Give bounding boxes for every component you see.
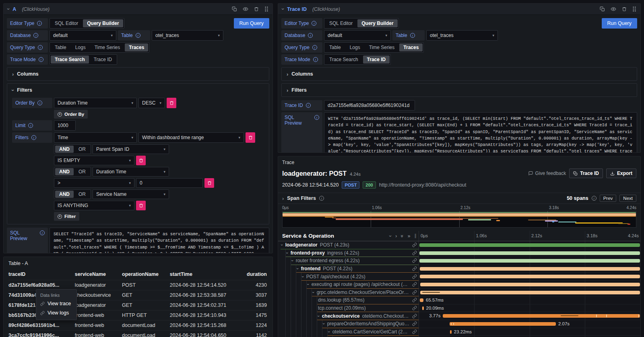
span-name-cell[interactable]: tcp.connect (20.09ms) [278,304,419,312]
span-timeline-cell[interactable]: 65.57ms [419,296,640,304]
span-link-icon[interactable] [412,314,417,319]
query-type-traces[interactable]: Traces [125,43,148,51]
chevron-down-icon[interactable]: › [317,315,321,317]
span-timeline-cell[interactable] [419,273,640,281]
span-row[interactable]: ›oteldemo.CartService/GetCart (23.22ms)2… [278,328,640,336]
delete-query-icon[interactable] [254,6,259,12]
span-link-icon[interactable] [412,242,417,247]
span-bar[interactable] [420,291,640,294]
span-bar[interactable] [420,275,640,278]
collapse-one-icon[interactable]: › [388,235,393,237]
chevron-down-icon[interactable]: › [281,244,285,246]
query-type-table[interactable]: Table [325,43,345,51]
remove-condition-button[interactable] [136,201,146,210]
span-name-cell[interactable]: ›router frontend egress (4.22s) [278,257,419,265]
span-timeline-cell[interactable] [419,249,640,257]
database-select[interactable]: default▾ [324,30,391,41]
collapse-all-icon[interactable]: » [399,234,405,237]
span-link-icon[interactable] [412,282,417,287]
table-select[interactable]: otel_traces▾ [152,30,223,41]
chevron-down-icon[interactable]: › [328,331,332,333]
span-link-icon[interactable] [412,290,417,295]
condition-field-select[interactable]: Duration Time▾ [93,167,169,177]
duplicate-icon[interactable] [232,6,237,12]
span-timeline-cell[interactable] [419,265,640,273]
add-order-by-button[interactable]: Order By [54,110,88,119]
drag-handle-icon[interactable] [264,6,268,12]
span-name-cell[interactable]: ›prepareOrderItemsAndShippingQuoteFromCa… [278,320,419,328]
column-header[interactable]: duration [242,269,268,280]
span-name-cell[interactable]: ›oteldemo.CartService/GetCart (23.22ms) [278,328,419,336]
limit-input[interactable]: 1000 [54,120,76,131]
filters-section-header[interactable]: ›Filters [12,86,264,95]
span-row[interactable]: ›frontendPOST (4.22s) [278,265,640,273]
trace-id-option[interactable]: Trace ID [90,55,116,64]
and-option[interactable]: AND [55,168,74,175]
view-trace-link[interactable]: View trace [40,301,72,306]
query-type-traces[interactable]: Traces [399,43,423,51]
column-header[interactable]: serviceName [75,269,122,280]
chevron-down-icon[interactable]: › [307,284,311,285]
or-option[interactable]: OR [74,146,90,153]
chevron-right-icon[interactable]: › [282,195,284,201]
next-span-button[interactable]: Next [619,195,636,202]
order-by-direction-select[interactable]: DESC▾ [138,98,165,108]
span-row[interactable]: ›executing api route (pages) /api/checko… [278,281,640,289]
table-select[interactable]: otel_traces▾ [426,30,498,41]
column-header[interactable]: traceID [8,269,75,280]
remove-order-by-button[interactable] [167,98,176,108]
span-bar[interactable] [450,330,452,334]
database-select[interactable]: default▾ [50,30,116,41]
span-row[interactable]: ›frontend-proxyingress (4.22s) [278,249,640,257]
minimap-canvas[interactable] [282,211,636,228]
span-row[interactable]: ›prepareOrderItemsAndShippingQuoteFromCa… [278,320,640,328]
query-builder-option[interactable]: Query Builder [83,19,123,27]
chevron-down-icon[interactable]: › [291,260,295,262]
span-name-cell[interactable]: ›grpc.oteldemo.CheckoutService/PlaceOrde… [278,289,419,297]
remove-condition-button[interactable] [136,156,146,165]
collapse-chevron-icon[interactable]: › [6,8,12,10]
span-timeline-cell[interactable] [419,289,640,297]
span-row[interactable]: ›loadgeneratorPOST (4.23s) [278,241,640,249]
query-type-logs[interactable]: Logs [71,43,90,51]
condition-operator-select[interactable]: IS ANYTHING▾ [54,201,134,210]
filter-field-select[interactable]: Time▾ [54,132,137,143]
span-row[interactable]: dns.lookup (65.57ms)65.57ms [278,296,640,304]
and-option[interactable]: AND [55,146,74,153]
span-bar[interactable] [419,251,640,255]
condition-operator-select[interactable]: >▾ [54,178,134,188]
span-row[interactable]: ›grpc.oteldemo.CheckoutService/PlaceOrde… [278,289,640,297]
span-row[interactable]: ›checkoutserviceoteldemo.CheckoutService… [278,312,640,320]
expand-one-icon[interactable]: › [395,233,397,239]
collapse-chevron-icon[interactable]: › [280,8,286,10]
chevron-down-icon[interactable]: › [286,252,290,254]
span-row[interactable]: ›POST /api/checkout (4.22s) [278,273,640,281]
trace-id-input[interactable]: d2a7155ef6a928a05680e5ff6190241d [324,100,415,111]
span-bar[interactable] [419,259,640,263]
export-button[interactable]: Export [606,168,636,178]
or-option[interactable]: OR [74,191,90,198]
span-timeline-cell[interactable]: 2.07s [419,320,640,328]
span-timeline-cell[interactable] [419,241,640,249]
column-header[interactable]: startTime [170,269,242,280]
trace-id-link[interactable]: d2a7155ef6a928a05... [8,280,75,290]
span-timeline-cell[interactable] [419,257,640,265]
span-timeline-cell[interactable]: 20.09ms [419,304,640,312]
trace-id-copy-button[interactable]: Trace ID [569,168,603,178]
span-link-icon[interactable] [412,298,417,302]
run-query-button[interactable]: Run Query [234,18,269,29]
sql-editor-option[interactable]: SQL Editor [51,19,82,27]
span-name-cell[interactable]: ›frontendPOST (4.22s) [278,265,419,273]
prev-span-button[interactable]: Prev [600,195,617,202]
span-bar[interactable] [420,267,640,271]
columns-section-header[interactable]: ›Columns [12,70,264,78]
span-link-icon[interactable] [412,274,417,279]
span-bar[interactable] [450,322,556,326]
column-resize-handle[interactable]: ∥ [415,233,417,238]
give-feedback-link[interactable]: Give feedback [528,171,566,176]
span-timeline-cell[interactable] [419,281,640,289]
trace-id-option[interactable]: Trace ID [363,55,390,64]
view-logs-link[interactable]: View logs [40,310,72,316]
span-timeline-cell[interactable]: 23.22ms [419,328,640,336]
span-row[interactable]: ›router frontend egress (4.22s) [278,257,640,265]
